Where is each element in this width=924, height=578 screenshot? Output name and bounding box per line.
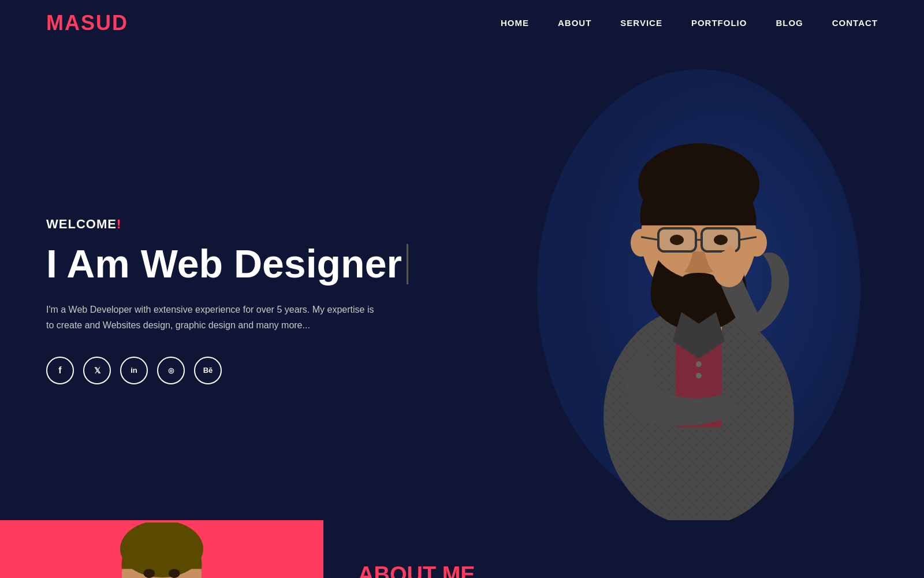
hero-title: I Am Web Designer	[46, 242, 450, 286]
about-title-accent: ME	[442, 562, 475, 579]
svg-point-34	[169, 569, 180, 578]
navbar: MASUD HOME ABOUT SERVICE PORTFOLIO BLOG …	[0, 0, 924, 46]
facebook-icon[interactable]: f	[46, 357, 74, 384]
nav-links: HOME ABOUT SERVICE PORTFOLIO BLOG CONTAC…	[501, 18, 878, 28]
about-content: ABOUT ME	[323, 520, 924, 578]
hero-illustration	[520, 46, 878, 520]
hero-section: WELCOME! I Am Web Designer I'm a Web Dev…	[0, 46, 924, 520]
about-title: ABOUT ME	[358, 562, 475, 579]
svg-point-9	[631, 229, 651, 257]
behance-icon[interactable]: Bē	[194, 357, 222, 384]
nav-item-contact[interactable]: CONTACT	[832, 18, 878, 28]
about-preview-section: ABOUT ME	[0, 520, 924, 578]
svg-point-33	[143, 569, 155, 578]
social-icons-group: f 𝕏 in ◎ Bē	[46, 357, 450, 384]
welcome-text: WELCOME!	[46, 217, 450, 232]
hero-description: I'm a Web Developer with extensive exper…	[46, 302, 375, 333]
svg-point-10	[746, 229, 767, 257]
nav-item-portfolio[interactable]: PORTFOLIO	[691, 18, 747, 28]
nav-item-home[interactable]: HOME	[501, 18, 529, 28]
svg-rect-23	[696, 361, 702, 367]
nav-item-service[interactable]: SERVICE	[620, 18, 662, 28]
linkedin-icon[interactable]: in	[120, 357, 148, 384]
instagram-icon[interactable]: ◎	[157, 357, 185, 384]
welcome-exclaim: !	[117, 217, 121, 231]
svg-rect-20	[725, 246, 735, 277]
svg-point-17	[714, 235, 728, 245]
about-title-prefix: ABOUT	[358, 562, 442, 579]
about-image-box	[0, 520, 323, 578]
twitter-icon[interactable]: 𝕏	[83, 357, 111, 384]
svg-rect-24	[696, 373, 702, 379]
nav-item-blog[interactable]: BLOG	[776, 18, 803, 28]
hero-content: WELCOME! I Am Web Designer I'm a Web Dev…	[46, 217, 450, 384]
svg-point-16	[670, 235, 684, 245]
nav-item-about[interactable]: ABOUT	[558, 18, 591, 28]
brand-logo[interactable]: MASUD	[46, 11, 128, 35]
